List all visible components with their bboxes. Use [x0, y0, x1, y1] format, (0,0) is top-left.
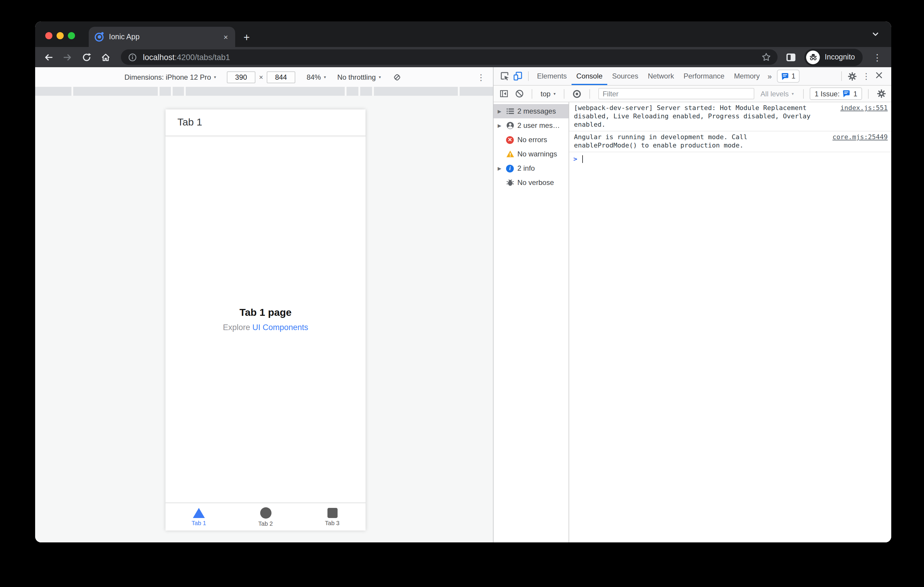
context-selector[interactable]: top ▾ — [538, 89, 558, 98]
console-settings-icon[interactable] — [874, 87, 888, 100]
minimize-window-button[interactable] — [56, 32, 64, 39]
tab-console[interactable]: Console — [571, 67, 607, 85]
console-toolbar: top ▾ All levels ▾ 1 Issue: — [493, 86, 891, 102]
browser-tab-strip: Ionic App × + — [35, 21, 891, 47]
browser-tab[interactable]: Ionic App × — [89, 27, 235, 47]
tab-close-icon[interactable]: × — [223, 32, 229, 42]
ui-components-link[interactable]: UI Components — [252, 323, 309, 332]
triangle-icon — [193, 508, 205, 518]
url-omnibox[interactable]: localhost:4200/tabs/tab1 — [121, 49, 778, 65]
dimensions-times-label: × — [259, 73, 263, 81]
home-icon[interactable] — [101, 52, 111, 62]
console-message-text: Angular is running in development mode. … — [574, 133, 811, 150]
prompt-chevron-icon: > — [573, 155, 577, 163]
tab-search-chevron-icon[interactable] — [871, 30, 879, 40]
incognito-icon — [807, 50, 820, 64]
side-panel-icon[interactable] — [787, 53, 796, 61]
chevron-down-icon: ▾ — [379, 75, 381, 79]
incognito-badge: Incognito — [805, 48, 863, 66]
devtools-close-icon[interactable] — [874, 71, 886, 81]
live-expression-eye-icon[interactable] — [570, 87, 584, 100]
explore-text: Explore UI Components — [165, 323, 366, 332]
bookmark-star-icon[interactable] — [761, 52, 771, 62]
device-toolbar-menu-icon[interactable]: ⋮ — [477, 72, 485, 82]
app-content: Tab 1 page Explore UI Components — [165, 136, 366, 503]
devtools-panel: Elements Console Sources Network Perform… — [493, 67, 891, 543]
url-text: localhost:4200/tabs/tab1 — [143, 53, 230, 62]
site-info-icon[interactable] — [127, 52, 137, 62]
console-sidebar-toggle-icon[interactable] — [497, 87, 510, 100]
console-message: [webpack-dev-server] Server started: Hot… — [569, 102, 891, 132]
sidebar-item-verbose[interactable]: No verbose — [493, 176, 569, 190]
tab-3-button[interactable]: Tab 3 — [299, 503, 366, 531]
tab-network[interactable]: Network — [643, 67, 679, 85]
device-toggle-icon[interactable] — [512, 69, 525, 83]
console-filter-input[interactable] — [598, 88, 754, 99]
browser-window: Ionic App × + — [35, 21, 891, 543]
clear-console-icon[interactable] — [513, 87, 526, 100]
circle-icon — [260, 507, 271, 518]
tab-1-button[interactable]: Tab 1 — [165, 503, 232, 531]
tab-2-button[interactable]: Tab 2 — [232, 503, 299, 531]
chevron-down-icon: ▾ — [214, 75, 216, 79]
forward-icon[interactable] — [63, 52, 73, 62]
inspect-element-icon[interactable] — [498, 69, 512, 83]
page-canvas: Tab 1 Tab 1 page Explore UI Components — [35, 96, 493, 543]
message-bubble-icon — [843, 90, 850, 97]
new-tab-button[interactable]: + — [244, 32, 250, 43]
tab-elements[interactable]: Elements — [532, 67, 571, 85]
error-icon: ✕ — [505, 135, 515, 144]
page-heading: Tab 1 page — [165, 307, 366, 319]
disclosure-triangle-icon[interactable]: ▶ — [497, 166, 503, 171]
throttling-selector[interactable]: No throttling ▾ — [337, 73, 381, 81]
sidebar-item-user-messages[interactable]: ▶ 2 user mes… — [493, 118, 569, 133]
zoom-window-button[interactable] — [68, 32, 75, 39]
console-prompt[interactable]: > — [569, 152, 891, 165]
explore-container: Tab 1 page Explore UI Components — [165, 307, 366, 332]
sidebar-item-messages[interactable]: ▶ 2 messages — [493, 104, 569, 118]
sidebar-item-errors[interactable]: ✕ No errors — [493, 133, 569, 147]
devtools-settings-icon[interactable] — [845, 69, 858, 83]
chevron-down-icon: ▾ — [553, 92, 556, 96]
tab-performance[interactable]: Performance — [679, 67, 729, 85]
console-message: Angular is running in development mode. … — [569, 132, 891, 152]
app-header: Tab 1 — [165, 109, 366, 136]
console-source-link[interactable]: index.js:551 — [834, 104, 888, 112]
bug-icon — [505, 178, 515, 187]
issues-counter-button[interactable]: 1 Issue: 1 — [810, 87, 862, 100]
rotate-device-icon[interactable] — [392, 72, 402, 82]
close-window-button[interactable] — [45, 32, 53, 39]
devtools-menu-icon[interactable]: ⋮ — [858, 71, 874, 81]
log-levels-selector[interactable]: All levels ▾ — [757, 89, 797, 98]
list-icon — [505, 107, 515, 116]
incognito-label: Incognito — [825, 53, 855, 61]
more-tabs-icon[interactable]: » — [764, 72, 775, 81]
sidebar-item-warnings[interactable]: No warnings — [493, 147, 569, 161]
traffic-lights — [45, 32, 75, 39]
address-bar: localhost:4200/tabs/tab1 Incognito ⋮ — [35, 47, 891, 67]
back-icon[interactable] — [43, 52, 54, 62]
tab-sources[interactable]: Sources — [607, 67, 643, 85]
disclosure-triangle-icon[interactable]: ▶ — [497, 109, 503, 114]
sidebar-item-info[interactable]: ▶ i 2 info — [493, 161, 569, 176]
chevron-down-icon: ▾ — [792, 92, 794, 96]
device-width-input[interactable] — [227, 71, 256, 83]
tab-memory[interactable]: Memory — [729, 67, 765, 85]
page-pane: Dimensions: iPhone 12 Pro ▾ × 84% ▾ No t… — [35, 67, 493, 543]
device-selector[interactable]: Dimensions: iPhone 12 Pro ▾ — [124, 73, 216, 81]
console-source-link[interactable]: core.mjs:25449 — [827, 133, 888, 141]
reload-icon[interactable] — [82, 52, 92, 62]
chevron-down-icon: ▾ — [324, 75, 326, 79]
ionic-logo-icon — [95, 33, 104, 41]
device-viewport: Tab 1 Tab 1 page Explore UI Components — [165, 109, 366, 531]
device-toolbar: Dimensions: iPhone 12 Pro ▾ × 84% ▾ No t… — [35, 67, 493, 87]
device-height-input[interactable] — [267, 71, 295, 83]
media-query-bar[interactable] — [35, 87, 493, 96]
chrome-menu-icon[interactable]: ⋮ — [871, 53, 883, 62]
info-icon: i — [505, 164, 515, 173]
disclosure-triangle-icon[interactable]: ▶ — [497, 123, 503, 128]
warning-icon — [505, 150, 515, 158]
console-sidebar: ▶ 2 messages ▶ 2 user mes… — [493, 102, 569, 543]
issues-badge[interactable]: 1 — [777, 69, 800, 83]
zoom-selector[interactable]: 84% ▾ — [307, 73, 326, 81]
